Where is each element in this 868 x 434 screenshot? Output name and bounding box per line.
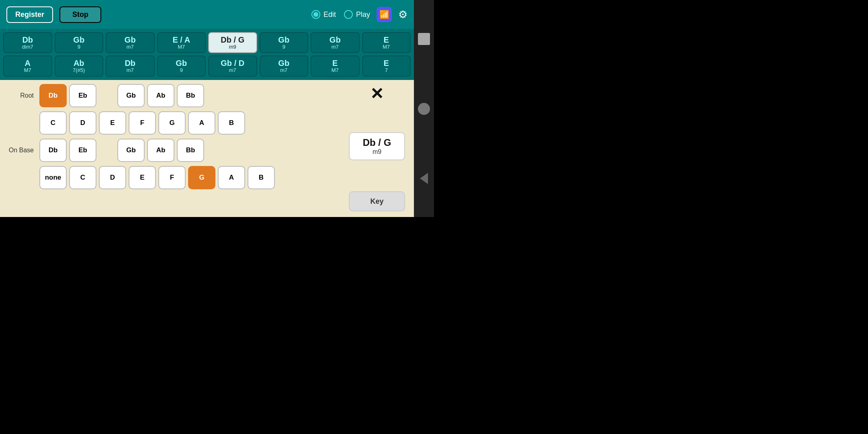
play-label: Play	[356, 10, 370, 19]
register-button[interactable]: Register	[6, 6, 53, 23]
key-btn-C[interactable]: C	[39, 111, 67, 135]
chord-type-text: m7	[127, 44, 134, 50]
chord-cell-0-2[interactable]: Gbm7	[106, 32, 155, 53]
chord-cell-0-7[interactable]: EM7	[362, 32, 411, 53]
key-btn-A[interactable]: A	[188, 111, 215, 135]
key-btn-G[interactable]: G	[188, 166, 215, 189]
chord-display-root: Db / G	[363, 137, 391, 148]
chord-root-text: E	[384, 59, 389, 68]
chord-cell-0-6[interactable]: Gbm7	[311, 32, 360, 53]
chord-root-text: Gb	[125, 35, 136, 44]
chord-root-text: Gb	[73, 35, 84, 44]
key-btn-Bb[interactable]: Bb	[177, 139, 204, 162]
right-sidebar	[414, 0, 434, 217]
chord-root-text: Gb / D	[221, 59, 244, 68]
key-btn-Eb[interactable]: Eb	[69, 139, 96, 162]
right-panel: ✕ Db / G m9 Key	[345, 84, 409, 213]
chord-root-text: Gb	[278, 59, 289, 68]
chord-display-type: m9	[373, 148, 381, 156]
key-row-Root: RootDbEbGbAbBb	[5, 84, 342, 107]
chord-type-text: m7	[127, 68, 134, 73]
chord-type-text: m7	[280, 68, 287, 73]
chord-type-text: M7	[178, 44, 185, 50]
chord-cell-1-3[interactable]: Gb9	[157, 55, 206, 76]
chord-display: Db / G m9	[349, 132, 405, 160]
chord-type-text: 7	[385, 68, 388, 73]
chord-type-text: 7(#5)	[73, 68, 85, 73]
mode-group: Edit Play	[311, 10, 370, 19]
chord-type-text: M7	[383, 44, 390, 50]
stop-button[interactable]: Stop	[59, 6, 101, 23]
play-mode[interactable]: Play	[344, 10, 370, 19]
chord-type-text: M7	[332, 68, 339, 73]
key-btn-Db[interactable]: Db	[39, 139, 67, 162]
top-bar: Register Stop Edit Play 📶 ⚙	[0, 0, 414, 29]
chord-root-text: Gb	[176, 59, 187, 68]
chord-root-text: E	[384, 35, 389, 44]
key-btn-G[interactable]: G	[158, 111, 186, 135]
play-radio[interactable]	[344, 10, 353, 19]
key-btn-D[interactable]: D	[69, 111, 96, 135]
key-btn-Gb[interactable]: Gb	[117, 139, 145, 162]
bluetooth-button[interactable]: 📶	[377, 7, 392, 22]
key-button[interactable]: Key	[349, 191, 405, 211]
chord-cell-0-4[interactable]: Db / Gm9	[208, 32, 257, 53]
chord-type-text: 9	[283, 44, 285, 50]
chord-type-text: m7	[332, 44, 339, 50]
key-row-: CDEFGAB	[5, 111, 342, 135]
key-btn-F[interactable]: F	[158, 166, 186, 189]
key-btn-E[interactable]: E	[99, 111, 126, 135]
key-btn-B[interactable]: B	[248, 166, 275, 189]
chord-type-text: 9	[78, 44, 80, 50]
chord-cell-1-2[interactable]: Dbm7	[106, 55, 155, 76]
side-triangle	[420, 173, 428, 184]
chord-cell-0-3[interactable]: E / AM7	[157, 32, 206, 53]
chord-root-text: Gb	[278, 35, 289, 44]
chord-cell-0-1[interactable]: Gb9	[55, 32, 104, 53]
key-btn-none[interactable]: none	[39, 166, 67, 189]
chord-root-text: Db	[125, 59, 135, 68]
edit-radio[interactable]	[311, 10, 320, 19]
chord-cell-0-0[interactable]: Dbdim7	[3, 32, 52, 53]
key-row-: noneCDEFGAB	[5, 166, 342, 189]
key-btn-B[interactable]: B	[218, 111, 245, 135]
chord-root-text: Db / G	[221, 35, 244, 44]
chord-root-text: Ab	[74, 59, 84, 68]
side-circle	[418, 103, 430, 115]
key-btn-Bb[interactable]: Bb	[177, 84, 204, 107]
key-btn-F[interactable]: F	[129, 111, 156, 135]
chord-rows: Dbdim7Gb9Gbm7E / AM7Db / Gm9Gb9Gbm7EM7AM…	[0, 29, 414, 80]
key-btn-D[interactable]: D	[99, 166, 126, 189]
chord-type-text: 9	[180, 68, 183, 73]
chord-cell-1-1[interactable]: Ab7(#5)	[55, 55, 104, 76]
chord-cell-1-6[interactable]: EM7	[311, 55, 360, 76]
chord-type-text: M7	[24, 68, 31, 73]
settings-button[interactable]: ⚙	[398, 8, 407, 21]
edit-label: Edit	[323, 10, 336, 19]
keys-section: RootDbEbGbAbBbCDEFGABOn BaseDbEbGbAbBbno…	[5, 84, 342, 213]
key-btn-Eb[interactable]: Eb	[69, 84, 96, 107]
key-btn-Ab[interactable]: Ab	[147, 84, 174, 107]
edit-mode[interactable]: Edit	[311, 10, 336, 19]
chord-root-text: Db	[22, 35, 33, 44]
chord-cell-1-0[interactable]: AM7	[3, 55, 52, 76]
chord-cell-1-4[interactable]: Gb / Dm7	[208, 55, 257, 76]
chord-root-text: A	[25, 59, 31, 68]
key-btn-C[interactable]: C	[69, 166, 96, 189]
chord-cell-1-5[interactable]: Gbm7	[260, 55, 309, 76]
key-btn-Ab[interactable]: Ab	[147, 139, 174, 162]
chord-cell-1-7[interactable]: E7	[362, 55, 411, 76]
close-button[interactable]: ✕	[370, 86, 384, 102]
key-btn-Gb[interactable]: Gb	[117, 84, 145, 107]
keyboard-area: RootDbEbGbAbBbCDEFGABOn BaseDbEbGbAbBbno…	[0, 80, 414, 217]
row-label: On Base	[5, 147, 37, 154]
key-row-On Base: On BaseDbEbGbAbBb	[5, 139, 342, 162]
key-btn-A[interactable]: A	[218, 166, 245, 189]
chord-row-0: Dbdim7Gb9Gbm7E / AM7Db / Gm9Gb9Gbm7EM7	[3, 32, 411, 53]
chord-cell-0-5[interactable]: Gb9	[260, 32, 309, 53]
chord-root-text: Gb	[330, 35, 341, 44]
chord-type-text: m7	[229, 68, 236, 73]
chord-root-text: E / A	[172, 35, 190, 44]
key-btn-Db[interactable]: Db	[39, 84, 67, 107]
key-btn-E[interactable]: E	[129, 166, 156, 189]
